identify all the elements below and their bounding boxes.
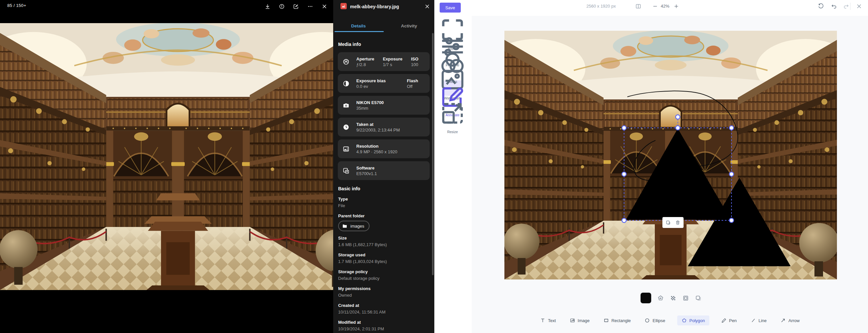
- zoom-level: 42%: [661, 4, 669, 9]
- resize-handle: [730, 219, 734, 223]
- tool-resize[interactable]: Resize: [439, 99, 466, 134]
- compare-icon[interactable]: [635, 3, 641, 9]
- line-icon: [751, 318, 756, 323]
- more-icon[interactable]: [307, 4, 313, 9]
- field-value: ƒ/2.8: [356, 62, 374, 67]
- details-sidebar: melk-abbey-library.jpg Details Activity …: [333, 0, 434, 333]
- save-button[interactable]: Save: [440, 3, 461, 12]
- fill-color-swatch[interactable]: [641, 293, 651, 303]
- annotation-layer: [504, 31, 837, 279]
- basic-info-fields: Type File Parent folder images Size 1.6 …: [338, 196, 431, 333]
- field-label: Flash: [407, 78, 418, 84]
- info-icon[interactable]: [279, 4, 285, 9]
- annotation-tool-image[interactable]: Image: [568, 315, 592, 325]
- resize-handle: [622, 172, 626, 176]
- parent-folder-chip[interactable]: images: [338, 221, 370, 231]
- field-label: NIKON E5700: [356, 100, 384, 105]
- field-label: Software: [356, 165, 377, 171]
- viewer-photo: [0, 23, 333, 290]
- image-editor: Save 2560 x 1920 px 42% Adjust Finetune …: [434, 0, 868, 333]
- field-value: 9/22/2003, 2:13:44 PM: [356, 127, 400, 133]
- field-storage-policy: Storage policy Default storage policy: [338, 269, 431, 281]
- resize-handle: [622, 219, 626, 223]
- field-modified-at: Modified at 10/19/2024, 2:01:31 PM: [338, 320, 431, 332]
- annotation-tool-text[interactable]: Text: [538, 315, 558, 325]
- close-editor-icon[interactable]: [856, 3, 862, 9]
- sidebar-scrollbar[interactable]: [432, 33, 434, 275]
- media-card-software: Software E5700v1.1: [338, 161, 430, 180]
- aperture-icon: [343, 59, 349, 65]
- media-card-exposure: Aperture ƒ/2.8 Exposure 1/7 s ISO 100: [338, 52, 430, 71]
- clock-icon: [343, 124, 349, 131]
- polygon-annotation-selected: [626, 129, 731, 220]
- media-info-heading: Media info: [338, 42, 361, 47]
- annotation-tool-line[interactable]: Line: [749, 315, 769, 325]
- photo-counter: 85 / 150+: [7, 3, 26, 8]
- field-size: Size 1.6 MB (1,682,177 Bytes): [338, 235, 431, 247]
- edit-icon[interactable]: [293, 4, 299, 9]
- camera-icon: [343, 102, 349, 109]
- polygon-sides-icon[interactable]: [657, 295, 664, 301]
- field-label: Resolution: [356, 143, 397, 149]
- field-label: ISO: [411, 56, 418, 62]
- shape-mini-toolbar: [662, 217, 684, 228]
- resize-handle: [730, 126, 734, 130]
- annotation-tool-polygon[interactable]: Polygon: [677, 315, 709, 325]
- field-value: 35mm: [356, 105, 384, 111]
- folder-icon: [342, 223, 347, 229]
- annotation-tool-pen[interactable]: Pen: [719, 315, 739, 325]
- field-created-at: Created at 10/11/2024, 11:56:31 AM: [338, 303, 431, 315]
- media-card-resolution: Resolution 4.9 MP · 2560 x 1920: [338, 139, 430, 158]
- delete-icon[interactable]: [675, 220, 680, 225]
- media-info-cards: Aperture ƒ/2.8 Exposure 1/7 s ISO 100 Ex…: [338, 52, 430, 183]
- tab-active-indicator: [335, 31, 384, 32]
- annotation-tool-rectangle[interactable]: Rectangle: [601, 315, 633, 325]
- rotate-handle: [676, 115, 680, 119]
- photo-viewer: 85 / 150+: [0, 0, 333, 333]
- redo-icon[interactable]: [843, 3, 849, 9]
- image-dimensions: 2560 x 1920 px: [586, 4, 616, 9]
- field-label: Aperture: [356, 56, 374, 62]
- field-parent-folder: Parent folder images: [338, 213, 431, 231]
- opacity-icon[interactable]: [670, 295, 676, 301]
- field-label: Exposure bias: [356, 78, 386, 84]
- media-card-bias-flash: Exposure bias 0.0 ev Flash Off: [338, 74, 430, 93]
- zoom-out-icon[interactable]: [652, 4, 658, 9]
- undo-icon[interactable]: [831, 3, 837, 9]
- software-icon: [343, 167, 349, 174]
- field-value: 1/7 s: [383, 62, 402, 67]
- shape-options: [641, 293, 702, 303]
- field-label: Taken at: [356, 122, 400, 127]
- close-viewer-icon[interactable]: [321, 4, 327, 9]
- annotation-toolbar: Text Image Rectangle Ellipse Polygon Pen: [472, 315, 868, 325]
- edit-canvas[interactable]: [504, 31, 837, 279]
- file-image-icon: [340, 3, 347, 9]
- basic-info-heading: Basic info: [338, 186, 360, 191]
- ellipse-icon: [645, 318, 650, 323]
- reset-icon[interactable]: [818, 3, 824, 9]
- stroke-icon[interactable]: [683, 295, 689, 301]
- tab-details[interactable]: Details: [333, 22, 384, 32]
- image-tool-icon: [570, 318, 575, 323]
- text-icon: [540, 318, 546, 323]
- tab-activity[interactable]: Activity: [384, 22, 434, 32]
- media-card-taken-at: Taken at 9/22/2003, 2:13:44 PM: [338, 118, 430, 136]
- shadow-icon[interactable]: [695, 295, 702, 301]
- field-value: 100: [411, 62, 418, 67]
- field-value: E5700v1.1: [356, 171, 377, 176]
- annotation-tool-ellipse[interactable]: Ellipse: [643, 315, 667, 325]
- field-storage-used: Storage used 1.7 MB (1,803,024 Bytes): [338, 252, 431, 264]
- polygon-icon: [682, 318, 687, 323]
- close-sidebar-icon[interactable]: [425, 4, 430, 9]
- pen-icon: [721, 318, 726, 323]
- zoom-in-icon[interactable]: [674, 4, 679, 9]
- field-label: Exposure: [383, 56, 402, 62]
- field-permissions: My permissions Owned: [338, 286, 431, 298]
- annotation-tool-arrow[interactable]: Arrow: [778, 315, 802, 325]
- viewer-toolbar: [265, 4, 327, 9]
- image-icon: [343, 146, 349, 152]
- resize-icon: [439, 123, 466, 128]
- download-icon[interactable]: [265, 4, 270, 9]
- field-value: 0.0 ev: [356, 84, 386, 89]
- duplicate-icon[interactable]: [666, 220, 671, 225]
